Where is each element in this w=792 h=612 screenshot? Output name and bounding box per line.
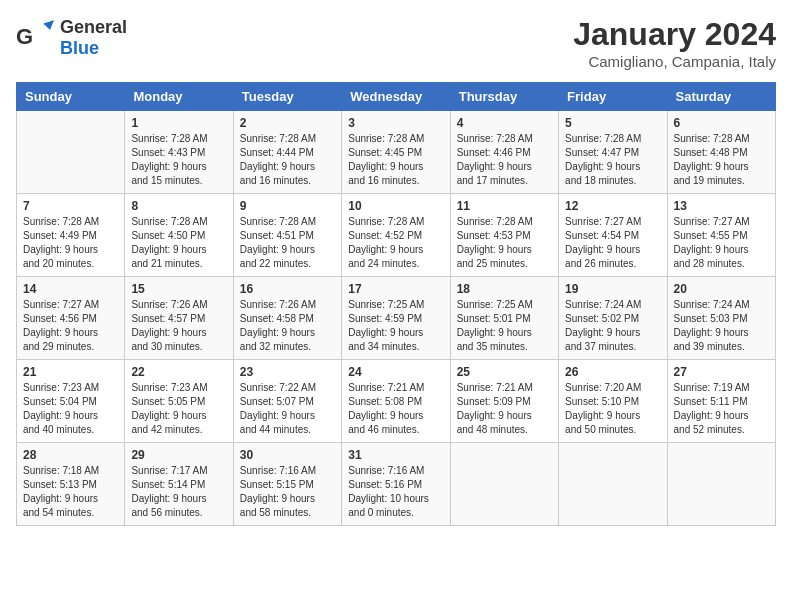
day-info: Sunrise: 7:27 AM Sunset: 4:56 PM Dayligh…: [23, 298, 118, 354]
calendar-cell: 31Sunrise: 7:16 AM Sunset: 5:16 PM Dayli…: [342, 443, 450, 526]
calendar-week-row: 28Sunrise: 7:18 AM Sunset: 5:13 PM Dayli…: [17, 443, 776, 526]
calendar-cell: 23Sunrise: 7:22 AM Sunset: 5:07 PM Dayli…: [233, 360, 341, 443]
calendar-cell: 8Sunrise: 7:28 AM Sunset: 4:50 PM Daylig…: [125, 194, 233, 277]
day-info: Sunrise: 7:28 AM Sunset: 4:45 PM Dayligh…: [348, 132, 443, 188]
day-number: 7: [23, 199, 118, 213]
day-info: Sunrise: 7:28 AM Sunset: 4:44 PM Dayligh…: [240, 132, 335, 188]
calendar-cell: 2Sunrise: 7:28 AM Sunset: 4:44 PM Daylig…: [233, 111, 341, 194]
day-info: Sunrise: 7:28 AM Sunset: 4:50 PM Dayligh…: [131, 215, 226, 271]
day-info: Sunrise: 7:28 AM Sunset: 4:46 PM Dayligh…: [457, 132, 552, 188]
day-info: Sunrise: 7:27 AM Sunset: 4:55 PM Dayligh…: [674, 215, 769, 271]
day-info: Sunrise: 7:25 AM Sunset: 5:01 PM Dayligh…: [457, 298, 552, 354]
day-info: Sunrise: 7:23 AM Sunset: 5:05 PM Dayligh…: [131, 381, 226, 437]
day-number: 30: [240, 448, 335, 462]
day-info: Sunrise: 7:28 AM Sunset: 4:53 PM Dayligh…: [457, 215, 552, 271]
weekday-header-saturday: Saturday: [667, 83, 775, 111]
day-info: Sunrise: 7:25 AM Sunset: 4:59 PM Dayligh…: [348, 298, 443, 354]
calendar-cell: 15Sunrise: 7:26 AM Sunset: 4:57 PM Dayli…: [125, 277, 233, 360]
weekday-header-tuesday: Tuesday: [233, 83, 341, 111]
day-number: 16: [240, 282, 335, 296]
calendar-cell: 22Sunrise: 7:23 AM Sunset: 5:05 PM Dayli…: [125, 360, 233, 443]
day-info: Sunrise: 7:27 AM Sunset: 4:54 PM Dayligh…: [565, 215, 660, 271]
day-number: 17: [348, 282, 443, 296]
calendar-cell: 24Sunrise: 7:21 AM Sunset: 5:08 PM Dayli…: [342, 360, 450, 443]
day-number: 28: [23, 448, 118, 462]
day-info: Sunrise: 7:19 AM Sunset: 5:11 PM Dayligh…: [674, 381, 769, 437]
day-number: 1: [131, 116, 226, 130]
month-title: January 2024: [573, 16, 776, 53]
weekday-header-wednesday: Wednesday: [342, 83, 450, 111]
day-number: 13: [674, 199, 769, 213]
day-info: Sunrise: 7:28 AM Sunset: 4:49 PM Dayligh…: [23, 215, 118, 271]
day-number: 22: [131, 365, 226, 379]
calendar-cell: 16Sunrise: 7:26 AM Sunset: 4:58 PM Dayli…: [233, 277, 341, 360]
weekday-header-thursday: Thursday: [450, 83, 558, 111]
title-block: January 2024 Camigliano, Campania, Italy: [573, 16, 776, 70]
day-info: Sunrise: 7:17 AM Sunset: 5:14 PM Dayligh…: [131, 464, 226, 520]
day-info: Sunrise: 7:16 AM Sunset: 5:16 PM Dayligh…: [348, 464, 443, 520]
calendar-cell: 17Sunrise: 7:25 AM Sunset: 4:59 PM Dayli…: [342, 277, 450, 360]
calendar-cell: 11Sunrise: 7:28 AM Sunset: 4:53 PM Dayli…: [450, 194, 558, 277]
calendar-cell: 1Sunrise: 7:28 AM Sunset: 4:43 PM Daylig…: [125, 111, 233, 194]
day-number: 14: [23, 282, 118, 296]
location-title: Camigliano, Campania, Italy: [573, 53, 776, 70]
calendar-cell: [667, 443, 775, 526]
logo: G General Blue: [16, 16, 127, 60]
calendar-cell: 5Sunrise: 7:28 AM Sunset: 4:47 PM Daylig…: [559, 111, 667, 194]
logo-icon: G: [16, 16, 56, 56]
day-number: 2: [240, 116, 335, 130]
svg-text:G: G: [16, 24, 33, 49]
weekday-header-sunday: Sunday: [17, 83, 125, 111]
day-number: 10: [348, 199, 443, 213]
day-number: 19: [565, 282, 660, 296]
calendar-cell: 4Sunrise: 7:28 AM Sunset: 4:46 PM Daylig…: [450, 111, 558, 194]
day-info: Sunrise: 7:20 AM Sunset: 5:10 PM Dayligh…: [565, 381, 660, 437]
day-info: Sunrise: 7:28 AM Sunset: 4:52 PM Dayligh…: [348, 215, 443, 271]
calendar-cell: 10Sunrise: 7:28 AM Sunset: 4:52 PM Dayli…: [342, 194, 450, 277]
calendar-cell: 3Sunrise: 7:28 AM Sunset: 4:45 PM Daylig…: [342, 111, 450, 194]
day-number: 15: [131, 282, 226, 296]
day-info: Sunrise: 7:16 AM Sunset: 5:15 PM Dayligh…: [240, 464, 335, 520]
calendar-cell: 20Sunrise: 7:24 AM Sunset: 5:03 PM Dayli…: [667, 277, 775, 360]
weekday-header-row: SundayMondayTuesdayWednesdayThursdayFrid…: [17, 83, 776, 111]
day-number: 24: [348, 365, 443, 379]
calendar-week-row: 1Sunrise: 7:28 AM Sunset: 4:43 PM Daylig…: [17, 111, 776, 194]
day-info: Sunrise: 7:24 AM Sunset: 5:03 PM Dayligh…: [674, 298, 769, 354]
day-number: 6: [674, 116, 769, 130]
day-number: 3: [348, 116, 443, 130]
calendar-cell: [559, 443, 667, 526]
day-number: 23: [240, 365, 335, 379]
calendar-cell: 18Sunrise: 7:25 AM Sunset: 5:01 PM Dayli…: [450, 277, 558, 360]
logo-blue-text: Blue: [60, 38, 99, 58]
day-info: Sunrise: 7:26 AM Sunset: 4:58 PM Dayligh…: [240, 298, 335, 354]
day-info: Sunrise: 7:21 AM Sunset: 5:09 PM Dayligh…: [457, 381, 552, 437]
day-number: 5: [565, 116, 660, 130]
calendar-week-row: 7Sunrise: 7:28 AM Sunset: 4:49 PM Daylig…: [17, 194, 776, 277]
calendar-cell: 29Sunrise: 7:17 AM Sunset: 5:14 PM Dayli…: [125, 443, 233, 526]
day-info: Sunrise: 7:18 AM Sunset: 5:13 PM Dayligh…: [23, 464, 118, 520]
calendar-cell: 14Sunrise: 7:27 AM Sunset: 4:56 PM Dayli…: [17, 277, 125, 360]
day-number: 25: [457, 365, 552, 379]
day-number: 20: [674, 282, 769, 296]
day-number: 9: [240, 199, 335, 213]
day-info: Sunrise: 7:21 AM Sunset: 5:08 PM Dayligh…: [348, 381, 443, 437]
logo-general-text: General: [60, 17, 127, 37]
calendar-cell: [17, 111, 125, 194]
day-info: Sunrise: 7:28 AM Sunset: 4:47 PM Dayligh…: [565, 132, 660, 188]
day-info: Sunrise: 7:23 AM Sunset: 5:04 PM Dayligh…: [23, 381, 118, 437]
day-number: 4: [457, 116, 552, 130]
day-number: 18: [457, 282, 552, 296]
calendar-cell: 6Sunrise: 7:28 AM Sunset: 4:48 PM Daylig…: [667, 111, 775, 194]
day-number: 27: [674, 365, 769, 379]
calendar-week-row: 14Sunrise: 7:27 AM Sunset: 4:56 PM Dayli…: [17, 277, 776, 360]
calendar-cell: 27Sunrise: 7:19 AM Sunset: 5:11 PM Dayli…: [667, 360, 775, 443]
day-number: 8: [131, 199, 226, 213]
day-info: Sunrise: 7:24 AM Sunset: 5:02 PM Dayligh…: [565, 298, 660, 354]
day-number: 21: [23, 365, 118, 379]
calendar-cell: 7Sunrise: 7:28 AM Sunset: 4:49 PM Daylig…: [17, 194, 125, 277]
day-info: Sunrise: 7:22 AM Sunset: 5:07 PM Dayligh…: [240, 381, 335, 437]
page-header: G General Blue January 2024 Camigliano, …: [16, 16, 776, 70]
day-info: Sunrise: 7:28 AM Sunset: 4:51 PM Dayligh…: [240, 215, 335, 271]
day-number: 29: [131, 448, 226, 462]
day-info: Sunrise: 7:28 AM Sunset: 4:48 PM Dayligh…: [674, 132, 769, 188]
